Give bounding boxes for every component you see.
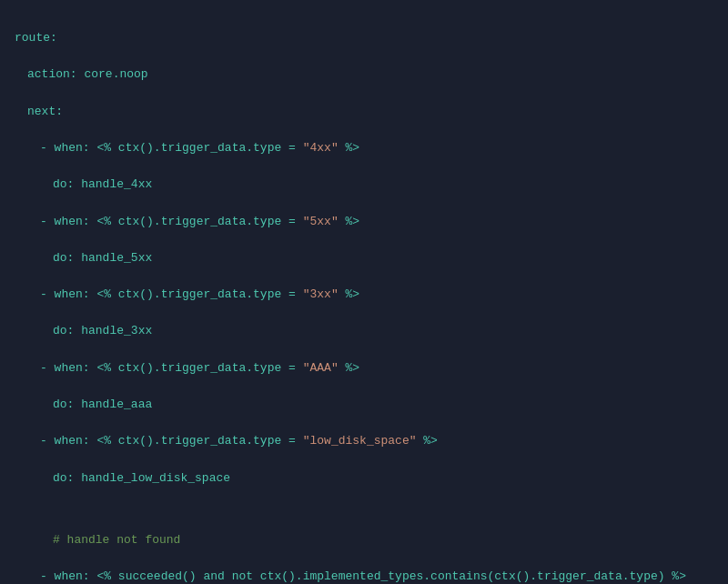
code-line: - when: <% succeeded() and not ctx().imp… <box>15 568 713 584</box>
code-line: - when: <% ctx().trigger_data.type = "lo… <box>15 432 713 450</box>
code-line: next: <box>15 103 713 121</box>
code-line: - when: <% ctx().trigger_data.type = "3x… <box>15 286 713 304</box>
code-line: do: handle_4xx <box>15 176 713 194</box>
code-line: do: handle_low_disk_space <box>15 469 713 488</box>
code-line: action: core.noop <box>15 65 713 84</box>
code-line: - when: <% ctx().trigger_data.type = "5x… <box>15 213 713 231</box>
code-line: do: handle_3xx <box>15 322 713 340</box>
code-line: - when: <% ctx().trigger_data.type = "4x… <box>15 139 713 157</box>
code-line: do: handle_aaa <box>15 396 713 414</box>
code-editor: route: action: core.noop next: - when: <… <box>0 0 728 584</box>
code-line: do: handle_5xx <box>15 249 713 267</box>
code-line: route: <box>15 29 713 47</box>
code-line: # handle not found <box>15 531 713 549</box>
code-line: - when: <% ctx().trigger_data.type = "AA… <box>15 359 713 378</box>
